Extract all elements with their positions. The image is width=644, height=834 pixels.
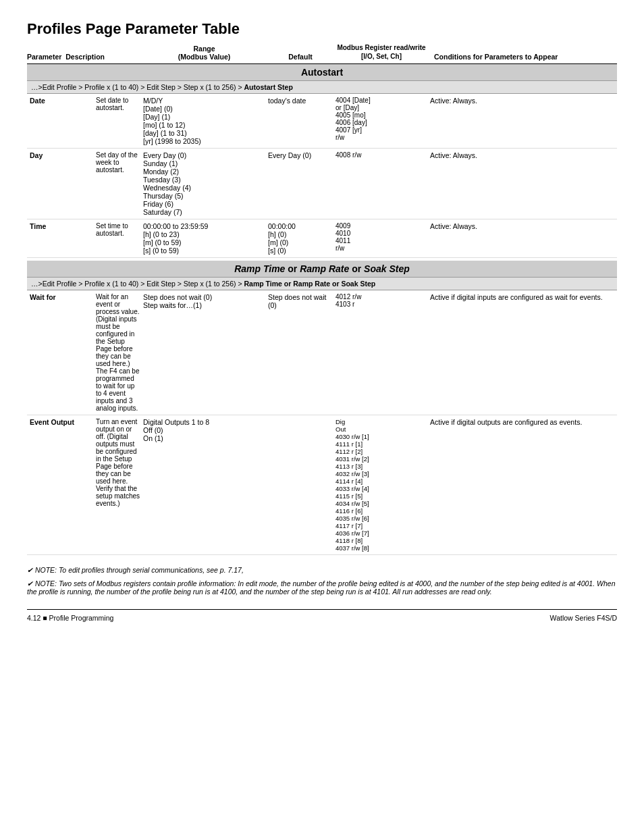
param-conditions-eventoutput: Active if digital outputs are configured… — [429, 415, 617, 555]
ramp-section-header: Ramp Time or Ramp Rate or Soak Step — [27, 261, 617, 277]
param-range-waitfor: Step does not wait (0) Step waits for…(1… — [142, 290, 267, 415]
autostart-path: …>Edit Profile > Profile x (1 to 40) > E… — [27, 80, 617, 94]
header-default: Default — [267, 53, 334, 61]
param-modbus-waitfor: 4012 r/w 4103 r — [334, 290, 429, 415]
autostart-section-header: Autostart — [27, 64, 617, 80]
param-default-date: today's date — [267, 94, 334, 149]
param-range-date: M/D/Y [Date] (0) [Day] (1) [mo] (1 to 12… — [142, 94, 267, 149]
note-1: NOTE: To edit profiles through serial co… — [27, 566, 617, 574]
param-conditions-day: Active: Always. — [429, 149, 617, 219]
param-range-time: 00:00:00 to 23:59:59 [h] (0 to 23) [m] (… — [142, 219, 267, 258]
page-title: Profiles Page Parameter Table — [27, 20, 617, 38]
param-name-eventoutput: Event Output — [30, 418, 74, 426]
header-conditions: Conditions for Parameters to Appear — [429, 53, 617, 61]
param-conditions-waitfor: Active if digital inputs are configured … — [429, 290, 617, 415]
param-desc-time: Set time to autostart. — [95, 219, 142, 258]
param-conditions-time: Active: Always. — [429, 219, 617, 258]
footer-right: Watlow Series F4S/D — [550, 614, 617, 622]
param-modbus-time: 4009 4010 4011 r/w — [334, 219, 429, 258]
param-default-time: 00:00:00 [h] (0) [m] (0) [s] (0) — [267, 219, 334, 258]
footer-left: 4.12 ■ Profile Programming — [27, 614, 113, 622]
param-desc-day: Set day of the week to autostart. — [95, 149, 142, 219]
table-row: Time Set time to autostart. 00:00:00 to … — [27, 219, 617, 258]
header-param: Parameter Description — [27, 53, 142, 61]
header-modbus: Modbus Register read/write [I/O, Set, Ch… — [334, 43, 429, 61]
param-name-time: Time — [30, 222, 46, 230]
table-row: Event Output Turn an event output on or … — [27, 415, 617, 555]
param-default-eventoutput — [267, 415, 334, 555]
param-desc-eventoutput: Turn an event output on or off. (Digital… — [95, 415, 142, 555]
table-row: Day Set day of the week to autostart. Ev… — [27, 149, 617, 219]
param-conditions-date: Active: Always. — [429, 94, 617, 149]
param-modbus-eventoutput: Dig Out 4030 r/w [1] 4111 r [1] 4112 r [… — [334, 415, 429, 555]
param-range-day: Every Day (0) Sunday (1) Monday (2) Tues… — [142, 149, 267, 219]
footer: 4.12 ■ Profile Programming Watlow Series… — [27, 609, 617, 622]
param-modbus-date: 4004 [Date] or [Day] 4005 [mo] 4006 [day… — [334, 94, 429, 149]
param-desc-date: Set date to autostart. — [95, 94, 142, 149]
header-range: Range (Modbus Value) — [142, 45, 267, 61]
param-name-date: Date — [30, 97, 45, 105]
param-modbus-day: 4008 r/w — [334, 149, 429, 219]
param-default-day: Every Day (0) — [267, 149, 334, 219]
param-name-day: Day — [30, 151, 43, 159]
param-range-eventoutput: Digital Outputs 1 to 8 Off (0) On (1) — [142, 415, 267, 555]
param-default-waitfor: Step does not wait (0) — [267, 290, 334, 415]
param-name-waitfor: Wait for — [30, 293, 56, 301]
note-2: NOTE: Two sets of Modbus registers conta… — [27, 579, 617, 596]
notes-section: NOTE: To edit profiles through serial co… — [27, 566, 617, 596]
table-row: Date Set date to autostart. M/D/Y [Date]… — [27, 94, 617, 149]
param-desc-waitfor: Wait for an event or process value. (Dig… — [95, 290, 142, 415]
table-row: Wait for Wait for an event or process va… — [27, 290, 617, 415]
ramp-path: …>Edit Profile > Profile x (1 to 40) > E… — [27, 277, 617, 290]
